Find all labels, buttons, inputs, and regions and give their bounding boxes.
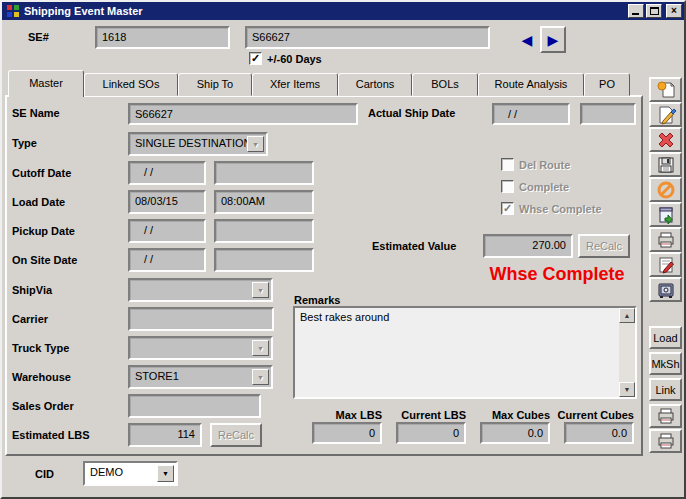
estimated-value-label: Estimated Value: [372, 240, 456, 252]
save-button[interactable]: [649, 152, 682, 177]
cutoff-date-value: / /: [130, 163, 204, 181]
arrow-left-icon: ◀: [522, 32, 533, 48]
note-icon: [656, 80, 676, 100]
tab-xfer-items[interactable]: Xfer Items: [252, 73, 338, 96]
delete-icon: [656, 130, 676, 150]
max-lbs-label: Max LBS: [290, 409, 382, 421]
print-button[interactable]: [649, 227, 682, 252]
type-label: Type: [12, 137, 37, 149]
remarks-label: Remarks: [294, 294, 340, 306]
pickup-time-field[interactable]: [214, 219, 314, 243]
pickup-time-value: [216, 221, 312, 227]
pickup-date-label: Pickup Date: [12, 225, 75, 237]
tab-ship-to[interactable]: Ship To: [178, 73, 252, 96]
estimated-lbs-label: Estimated LBS: [12, 429, 90, 441]
recalc-lbs-button[interactable]: ReCalc: [210, 423, 262, 447]
on-site-date-label: On Site Date: [12, 254, 77, 266]
tab-route-analysis[interactable]: Route Analysis: [478, 73, 584, 96]
truck-type-combobox[interactable]: ▼: [128, 336, 273, 360]
estimated-lbs-field[interactable]: 114: [128, 423, 202, 447]
on-site-date-field[interactable]: / /: [128, 248, 206, 272]
pickup-date-value: / /: [130, 221, 204, 239]
warehouse-label: Warehouse: [12, 371, 71, 383]
shipvia-combobox[interactable]: ▼: [128, 278, 273, 302]
tab-bols[interactable]: BOLs: [412, 73, 478, 96]
carrier-label: Carrier: [12, 313, 48, 325]
se-number-field[interactable]: 1618: [95, 26, 230, 49]
actual-ship-time-value: [582, 105, 634, 111]
max-cubes-label: Max Cubes: [458, 409, 550, 421]
shipvia-dropdown-button[interactable]: ▼: [252, 282, 269, 298]
tab-po[interactable]: PO: [584, 73, 630, 96]
tab-master[interactable]: Master: [8, 70, 84, 97]
del-route-checkbox[interactable]: [501, 158, 514, 171]
complete-label: Complete: [519, 181, 569, 193]
estimated-value-field[interactable]: 270.00: [483, 234, 573, 258]
sales-order-field[interactable]: [128, 394, 261, 418]
se-number-label: SE#: [28, 31, 49, 43]
printer-icon: [656, 406, 676, 426]
minimize-button[interactable]: [628, 4, 644, 18]
pickup-date-field[interactable]: / /: [128, 219, 206, 243]
on-site-time-value: [216, 250, 312, 256]
carrier-field[interactable]: [128, 307, 274, 331]
cancel-button[interactable]: [649, 177, 682, 202]
current-lbs-label: Current LBS: [374, 409, 466, 421]
safe-button[interactable]: [649, 277, 682, 302]
note-button[interactable]: [649, 77, 682, 102]
remarks-scrollbar[interactable]: ▲ ▼: [619, 308, 635, 397]
maximize-button[interactable]: [646, 4, 662, 18]
scroll-up-button[interactable]: ▲: [619, 308, 635, 323]
se-name-lookup-field[interactable]: S66627: [245, 26, 490, 49]
warehouse-value: STORE1: [130, 367, 271, 385]
close-button[interactable]: ×: [666, 4, 682, 18]
edit-icon: [656, 105, 676, 125]
print-load-button[interactable]: [649, 404, 682, 428]
actual-ship-date-field[interactable]: / /: [492, 103, 570, 125]
log-button[interactable]: [649, 252, 682, 277]
remarks-textarea[interactable]: Best rakes around ▲ ▼: [293, 306, 637, 399]
warehouse-dropdown-button[interactable]: ▼: [252, 369, 269, 385]
load-date-field[interactable]: 08/03/15: [128, 190, 206, 214]
link-button[interactable]: Link: [649, 378, 682, 401]
chevron-down-icon: ▼: [162, 470, 169, 477]
recalc-value-button[interactable]: ReCalc: [578, 234, 630, 258]
se-name-field[interactable]: S66627: [128, 103, 358, 125]
shipvia-label: ShipVia: [12, 284, 52, 296]
edit-button[interactable]: [649, 102, 682, 127]
cid-dropdown-button[interactable]: ▼: [157, 465, 174, 482]
truck-type-dropdown-button[interactable]: ▼: [252, 340, 269, 356]
cutoff-time-field[interactable]: [214, 161, 314, 185]
mksh-button[interactable]: MkSh: [649, 352, 682, 375]
current-lbs-value: 0: [398, 424, 464, 442]
on-site-time-field[interactable]: [214, 248, 314, 272]
truck-type-value: [130, 338, 271, 344]
tab-cartons[interactable]: Cartons: [338, 73, 412, 96]
type-combobox[interactable]: SINGLE DESTINATION ▼: [128, 132, 268, 156]
next-record-button[interactable]: ▶: [540, 26, 566, 53]
whse-complete-checkbox[interactable]: ✓: [501, 202, 514, 215]
tab-linked-sos[interactable]: Linked SOs: [84, 73, 178, 96]
print-ship-button[interactable]: [649, 429, 682, 453]
actual-ship-time-field[interactable]: [580, 103, 636, 125]
days-checkbox-label: +/-60 Days: [267, 53, 322, 65]
delete-button[interactable]: [649, 127, 682, 152]
previous-record-button[interactable]: ◀: [514, 26, 540, 53]
chevron-down-icon: ▼: [257, 374, 264, 381]
cid-combobox[interactable]: DEMO ▼: [83, 461, 178, 486]
export-button[interactable]: [649, 202, 682, 227]
estimated-lbs-value: 114: [130, 425, 200, 443]
warehouse-combobox[interactable]: STORE1 ▼: [128, 365, 273, 389]
load-time-field[interactable]: 08:00AM: [214, 190, 314, 214]
estimated-value-value: 270.00: [485, 236, 571, 254]
days-checkbox[interactable]: ✓: [249, 52, 262, 65]
se-name-label: SE Name: [12, 107, 60, 119]
complete-checkbox[interactable]: [501, 180, 514, 193]
load-button[interactable]: Load: [649, 326, 682, 349]
cutoff-date-field[interactable]: / /: [128, 161, 206, 185]
se-name-value: S66627: [130, 105, 356, 123]
carrier-value: [130, 309, 272, 315]
scroll-down-button[interactable]: ▼: [619, 382, 635, 397]
type-dropdown-button[interactable]: ▼: [247, 136, 264, 152]
scroll-up-icon: ▲: [624, 312, 631, 319]
